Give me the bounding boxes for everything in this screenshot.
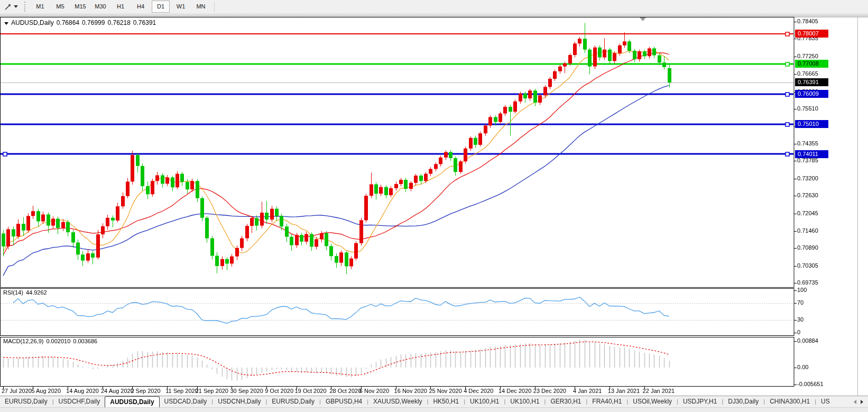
tab-EURUSD-Daily[interactable]: EURUSD,Daily — [267, 396, 319, 408]
timeframe-button-M5[interactable]: M5 — [51, 1, 69, 13]
tab-EURUSD-Daily[interactable]: EURUSD,Daily — [0, 396, 52, 408]
tab-DJ30-Daily[interactable]: DJ30,Daily — [723, 396, 763, 408]
tab-AUDUSD-Daily[interactable]: AUDUSD,Daily — [105, 396, 159, 408]
level-badge-0.77008[interactable]: 0.77008 — [795, 60, 828, 68]
timeframe-button-M15[interactable]: M15 — [71, 1, 89, 13]
timeframe-button-M1[interactable]: M1 — [31, 1, 49, 13]
date-label: 4 Dec 2020 — [464, 388, 493, 394]
chevron-down-icon — [14, 5, 18, 8]
date-label: 16 Nov 2020 — [394, 388, 427, 394]
date-label: 4 Jan 2021 — [573, 388, 602, 394]
tab-USDJPY-H1[interactable]: USDJPY,H1 — [678, 396, 722, 408]
date-label: 24 Aug 2020 — [101, 388, 134, 394]
symbol-period-label: AUDUSD,Daily — [11, 19, 54, 26]
rsi-axis-label: 70 — [797, 299, 804, 306]
tab-HK50-H1[interactable]: HK50,H1 — [428, 396, 464, 408]
timeframe-button-H4[interactable]: H4 — [132, 1, 150, 13]
macd-axis-label: 0.00884 — [797, 337, 818, 344]
toolbar: M1M5M15M30H1H4D1W1MN — [0, 0, 868, 14]
rsi-value: 44.9262 — [26, 289, 47, 296]
tab-UK100-H1[interactable]: UK100,H1 — [505, 396, 544, 408]
rsi-axis-label: 100 — [797, 287, 807, 293]
price-axis-label: 0.74355 — [797, 140, 818, 147]
tab-USDCAD-Daily[interactable]: USDCAD,Daily — [160, 396, 212, 408]
price-axis-label: 0.73200 — [797, 175, 818, 181]
ohlc-open: 0.76864 — [57, 19, 79, 26]
timeframe-button-M30[interactable]: M30 — [91, 1, 109, 13]
date-label: 28 Oct 2020 — [329, 388, 361, 394]
tab-USDCNH-Daily[interactable]: USDCNH,Daily — [213, 396, 265, 408]
date-label: 11 Sep 2020 — [165, 388, 198, 394]
rsi-panel-label: RSI(14)44.9262 — [3, 289, 50, 296]
ohlc-low: 0.76218 — [107, 19, 130, 26]
mt4-window: { "ui": { "toolbar": { "timeframes": ["M… — [0, 0, 868, 412]
date-label: 9 Oct 2020 — [265, 388, 293, 394]
level-badge-0.78007[interactable]: 0.78007 — [795, 30, 828, 38]
macd-signal-value: 0.003686 — [73, 338, 97, 344]
level-badge-0.76009[interactable]: 0.76009 — [795, 90, 828, 98]
price-axis-label: 0.78405 — [797, 18, 818, 24]
cursor-tool-button[interactable] — [2, 1, 20, 12]
price-axis-label: 0.71460 — [797, 227, 818, 234]
macd-name: MACD(12,26,9) — [3, 338, 43, 344]
timeframe-group: M1M5M15M30H1H4D1W1MN — [30, 1, 211, 13]
macd-panel-label: MACD(12,26,9)0.0020100.003686 — [3, 338, 100, 344]
tab-GER30-H1[interactable]: GER30,H1 — [546, 396, 586, 408]
date-label: 19 Oct 2020 — [295, 388, 327, 394]
macd-value: 0.002010 — [46, 338, 70, 344]
timeframe-button-D1[interactable]: D1 — [152, 1, 170, 13]
price-axis-label: 0.72630 — [797, 192, 818, 198]
date-label: 13 Jan 2021 — [608, 388, 640, 394]
tab-scroll-arrows — [849, 396, 868, 408]
tab-CHINA300-H1[interactable]: CHINA300,H1 — [765, 396, 815, 408]
chevron-down-icon — [4, 22, 8, 25]
date-label: 23 Dec 2020 — [533, 388, 566, 394]
rsi-axis-label: 0 — [797, 329, 800, 335]
toolbar-grip[interactable] — [24, 2, 27, 12]
tab-UK100-H1[interactable]: UK100,H1 — [465, 396, 504, 408]
tab-GBPUSD-H4[interactable]: GBPUSD,H4 — [321, 396, 367, 408]
price-axis-label: 0.69735 — [797, 279, 818, 286]
price-chart-canvas[interactable] — [0, 16, 868, 396]
cursor-icon — [4, 3, 12, 11]
tab-bar: EURUSD,Daily|USDCHF,DailyAUDUSD,DailyUSD… — [0, 396, 868, 408]
chart-title: AUDUSD,Daily0.768640.769990.762180.76391 — [4, 19, 159, 26]
tab-USOil-Weekly[interactable]: USOil,Weekly — [628, 396, 677, 408]
tab-partial[interactable]: US — [816, 396, 835, 408]
date-label: 6 Nov 2020 — [359, 388, 389, 394]
date-label: 27 Jul 2020 — [2, 388, 32, 394]
rsi-axis-label: 30 — [797, 316, 804, 323]
tab-USDCHF-Daily[interactable]: USDCHF,Daily — [54, 396, 105, 408]
date-label: 21 Sep 2020 — [196, 388, 228, 394]
ohlc-close: 0.76391 — [133, 19, 156, 26]
tab-scroll-left-icon[interactable] — [854, 400, 856, 404]
tab-FRA40-H1[interactable]: FRA40,H1 — [587, 396, 626, 408]
status-strip — [0, 407, 868, 412]
price-axis-label: 0.75510 — [797, 105, 818, 112]
level-badge-0.75010[interactable]: 0.75010 — [795, 120, 828, 128]
macd-axis-label: 0.00 — [797, 364, 808, 370]
tab-scroll-right-icon[interactable] — [861, 400, 863, 404]
price-axis-label: 0.77250 — [797, 53, 818, 59]
date-label: 14 Dec 2020 — [498, 388, 531, 394]
price-axis-label: 0.70305 — [797, 262, 818, 269]
ohlc-high: 0.76999 — [82, 19, 105, 26]
timeframe-button-H1[interactable]: H1 — [112, 1, 130, 13]
macd-axis-label: -0.005651 — [797, 381, 824, 387]
current-price-badge: 0.76391 — [795, 78, 828, 86]
level-badge-0.74011[interactable]: 0.74011 — [795, 150, 828, 158]
timeframe-button-MN[interactable]: MN — [192, 1, 210, 13]
toolbar-separator — [214, 2, 215, 12]
date-label: 5 Aug 2020 — [31, 388, 61, 394]
tab-XAUUSD-Weekly[interactable]: XAUUSD,Weekly — [368, 396, 427, 408]
date-label: 30 Sep 2020 — [230, 388, 263, 394]
price-axis-label: 0.76665 — [797, 70, 818, 77]
price-axis-label: 0.70890 — [797, 244, 818, 251]
rsi-name: RSI(14) — [3, 289, 23, 296]
date-label: 2 Sep 2020 — [131, 388, 160, 394]
date-label: 25 Nov 2020 — [429, 388, 461, 394]
price-axis-label: 0.72045 — [797, 210, 818, 216]
date-label: 22 Jan 2021 — [643, 388, 675, 394]
date-label: 14 Aug 2020 — [66, 388, 99, 394]
timeframe-button-W1[interactable]: W1 — [172, 1, 190, 13]
